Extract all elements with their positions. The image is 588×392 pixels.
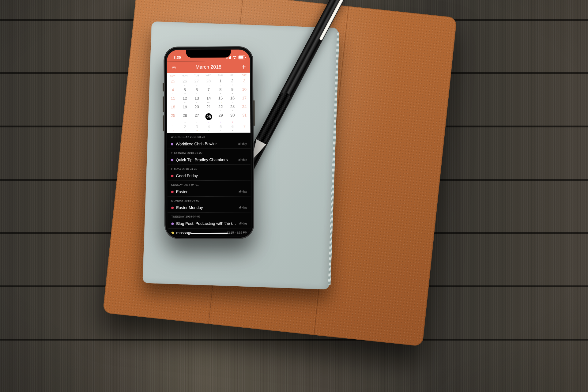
calendar-day[interactable]: 20 [191, 103, 203, 112]
calendar-day[interactable]: 21 [203, 103, 215, 112]
calendar-day[interactable]: 1 [167, 123, 179, 132]
calendar-day[interactable]: 29 [215, 112, 227, 123]
calendar-day[interactable]: 6 [191, 86, 203, 95]
calendar-day[interactable]: 1 [214, 77, 226, 86]
day-number: 3 [243, 78, 245, 83]
calendar-day[interactable]: 31 [239, 111, 251, 123]
gear-icon [171, 65, 176, 70]
agenda-event[interactable]: massage12:15 - 1:15 PM [168, 228, 251, 236]
calendar-day[interactable]: 11 [167, 95, 179, 104]
calendar-day[interactable]: 28 [202, 77, 214, 86]
agenda-list[interactable]: WEDNESDAY 2018-03-28Workflow: Chris Bowl… [167, 133, 251, 236]
day-number: 26 [183, 79, 187, 83]
agenda-event[interactable]: Easter Mondayall-day [168, 203, 251, 213]
month-title[interactable]: March 2018 [195, 64, 221, 70]
agenda-event[interactable]: Blog Post: Podcasting with the iPad…all-… [168, 219, 251, 228]
calendar-day[interactable]: 18 [167, 104, 179, 112]
phone-screen: 3:35 March 2018 + [167, 49, 251, 236]
day-number: 2 [231, 79, 233, 83]
calendar-day[interactable]: 15 [215, 95, 227, 103]
calendar-day-today[interactable]: 28 [203, 112, 215, 123]
volume-up-button [163, 96, 164, 112]
day-number: 23 [230, 104, 235, 109]
day-number: 30 [230, 113, 235, 118]
calendar-day[interactable]: 24 [238, 103, 250, 111]
event-dots [191, 130, 203, 131]
calendar-day[interactable]: 26 [179, 77, 191, 86]
calendar-day[interactable]: 13 [191, 95, 203, 103]
weekday-label: TUE [191, 74, 203, 77]
agenda-section-header: MONDAY 2018-04-02 [168, 196, 251, 203]
calendar-day[interactable]: 6 [227, 123, 239, 131]
event-time: all-day [238, 158, 247, 161]
event-dots [215, 93, 227, 94]
calendar-day[interactable]: 3 [238, 77, 250, 86]
event-title: Good Friday [176, 173, 245, 178]
day-number: 25 [171, 79, 175, 84]
month-grid[interactable]: SUNMONTUEWEDTHUFRISAT 252627281234567891… [167, 73, 251, 133]
calendar-day[interactable]: 8 [214, 86, 226, 95]
calendar-day[interactable]: 23 [227, 103, 239, 111]
event-dots [227, 130, 239, 131]
event-dots [179, 85, 191, 86]
agenda-event[interactable]: Quick Tip: Bradley Chambersall-day [167, 155, 251, 165]
calendar-day[interactable]: 12 [179, 95, 191, 103]
day-number: 27 [194, 113, 199, 118]
event-dots [203, 85, 215, 85]
day-number: 9 [231, 87, 233, 92]
calendar-day[interactable]: 14 [203, 95, 215, 103]
calendar-day[interactable]: 30 [227, 111, 239, 123]
event-time: all-day [239, 221, 247, 225]
calendar-day[interactable]: 27 [191, 77, 203, 86]
calendar-day[interactable]: 3 [191, 123, 203, 132]
calendar-day[interactable]: 2 [226, 77, 238, 86]
home-indicator[interactable] [191, 233, 228, 234]
day-number: 3 [196, 124, 198, 129]
day-number: 2 [184, 124, 186, 129]
day-number: 15 [218, 96, 223, 100]
calendar-day[interactable]: 26 [179, 112, 191, 123]
calendar-day[interactable]: 2 [179, 123, 191, 132]
add-event-button[interactable]: + [240, 63, 248, 71]
day-number: 7 [207, 87, 209, 92]
day-number: 29 [218, 113, 223, 118]
weekday-label: SAT [238, 74, 250, 77]
agenda-event[interactable]: Easterall-day [168, 187, 251, 197]
wifi-icon [233, 56, 237, 59]
settings-button[interactable] [170, 63, 178, 71]
desk-surface: 3:35 March 2018 + [0, 0, 588, 392]
calendar-day[interactable]: 5 [179, 86, 191, 95]
event-dots [227, 122, 239, 123]
calendar-day[interactable]: 25 [167, 112, 179, 123]
event-dots [203, 110, 215, 111]
day-number: 31 [242, 113, 247, 117]
calendar-day[interactable]: 7 [239, 123, 251, 131]
calendar-dot-icon [171, 143, 173, 145]
calendar-day[interactable]: 4 [203, 123, 215, 132]
event-dots [215, 130, 227, 131]
calendar-day[interactable]: 4 [167, 86, 179, 95]
calendar-day[interactable]: 27 [191, 112, 203, 123]
calendar-day[interactable]: 16 [226, 94, 238, 103]
event-time: all-day [239, 205, 247, 209]
day-number: 16 [230, 96, 235, 100]
weekday-label: SUN [167, 74, 179, 77]
battery-icon [239, 55, 245, 59]
event-dots [191, 93, 203, 94]
day-number: 12 [183, 96, 187, 100]
agenda-event[interactable]: Good Friday [167, 171, 251, 181]
day-number: 10 [242, 87, 247, 92]
day-number: 1 [219, 79, 221, 83]
calendar-day[interactable]: 10 [238, 86, 250, 94]
calendar-day[interactable]: 7 [203, 86, 215, 95]
day-number: 25 [171, 113, 175, 118]
day-number: 4 [208, 124, 210, 129]
agenda-event[interactable]: Workflow: Chris Bowlerall-day [167, 139, 251, 149]
calendar-day[interactable]: 9 [226, 86, 238, 94]
day-number: 21 [206, 104, 211, 109]
calendar-day[interactable]: 25 [167, 78, 179, 86]
calendar-day[interactable]: 22 [215, 103, 227, 112]
calendar-day[interactable]: 5 [215, 123, 227, 132]
calendar-day[interactable]: 17 [238, 94, 250, 103]
calendar-day[interactable]: 19 [179, 103, 191, 112]
